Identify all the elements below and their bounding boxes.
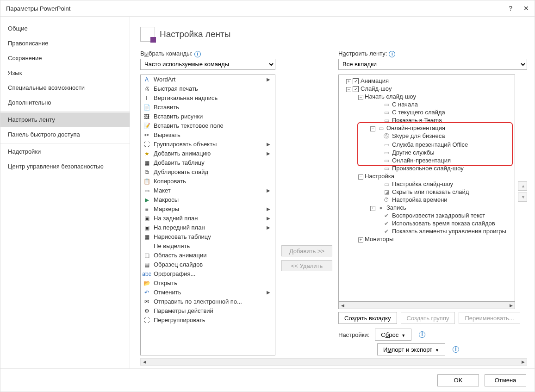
tree-node[interactable]: ▭С начала — [340, 100, 514, 108]
tree-node[interactable]: ▭Служба презентаций Office — [340, 141, 514, 149]
scroll-left-icon[interactable]: ◀ — [339, 303, 346, 308]
customize-ribbon-select[interactable]: Все вкладки — [338, 59, 527, 70]
expand-icon[interactable]: − — [358, 95, 363, 100]
tree-item-icon: ▭ — [382, 109, 391, 116]
checkbox[interactable]: ✓ — [353, 86, 359, 92]
sidebar-item[interactable]: Надстройки — [0, 144, 130, 159]
tree-node[interactable]: ✔Использовать время показа слайдов — [340, 219, 514, 227]
reset-button[interactable]: Сброс▼ — [375, 329, 411, 341]
tree-horizontal-scrollbar[interactable]: ◀ ▶ — [338, 302, 515, 309]
tree-node[interactable]: ▭Настройка слайд-шоу — [340, 180, 514, 188]
tree-node[interactable]: −Настройка — [340, 172, 514, 180]
tree-node[interactable]: +Мониторы — [340, 235, 514, 243]
command-row[interactable]: ▦Добавить таблицу — [141, 158, 275, 168]
remove-button[interactable]: << Удалить — [281, 260, 332, 271]
sidebar-item[interactable]: Настроить ленту — [0, 112, 130, 127]
sidebar-item[interactable]: Центр управления безопасностью — [0, 159, 130, 174]
command-row[interactable]: ⧉Дублировать слайд — [141, 168, 275, 177]
tree-node[interactable]: −▭Онлайн-презентация — [340, 124, 514, 132]
checkbox[interactable]: ✓ — [353, 78, 359, 84]
sidebar-item[interactable]: Сохранение — [0, 51, 130, 66]
command-row[interactable]: ▶Макросы — [141, 195, 275, 205]
tree-node[interactable]: ⏱Настройка времени — [340, 196, 514, 204]
main-horizontal-scrollbar[interactable]: ◀ ▶ — [140, 358, 527, 366]
close-icon[interactable]: ✕ — [523, 5, 529, 12]
command-row[interactable]: Не выделять — [141, 242, 275, 251]
ok-button[interactable]: OK — [437, 374, 479, 386]
command-row[interactable]: 🖨Быстрая печать — [141, 84, 275, 93]
command-row[interactable]: 🖼Вставить рисунки — [141, 112, 275, 121]
command-row[interactable]: ⛶Группировать объекты▶ — [141, 140, 275, 149]
command-row[interactable]: abcОрфография... — [141, 269, 275, 279]
scroll-right-icon[interactable]: ▶ — [519, 360, 527, 364]
tree-item-icon: ⏱ — [382, 197, 391, 203]
choose-commands-select[interactable]: Часто используемые команды — [140, 59, 275, 70]
commands-listbox[interactable]: AWordArt▶🖨Быстрая печатьTВертикальная на… — [140, 75, 275, 355]
tree-node[interactable]: −✓Слайд-шоу — [340, 85, 514, 93]
sidebar-item[interactable]: Правописание — [0, 36, 130, 51]
add-button[interactable]: Добавить >> — [281, 245, 332, 256]
sidebar-item[interactable]: Язык — [0, 66, 130, 81]
command-row[interactable]: 📝Вставить текстовое поле — [141, 121, 275, 131]
tree-node[interactable]: ▭Произвольное слайд-шоу — [340, 164, 514, 172]
cancel-button[interactable]: Отмена — [485, 374, 526, 386]
command-row[interactable]: ▣На задний план▶ — [141, 214, 275, 223]
command-icon: ▣ — [143, 224, 151, 232]
command-row[interactable]: ≡Маркеры│▶ — [141, 205, 275, 214]
command-row[interactable]: ⚙Параметры действий — [141, 306, 275, 316]
tree-node[interactable]: +✓Анимация — [340, 77, 514, 85]
scroll-right-icon[interactable]: ▶ — [507, 303, 515, 308]
command-label: На задний план — [154, 215, 198, 222]
info-icon[interactable]: i — [419, 331, 425, 338]
command-row[interactable]: AWordArt▶ — [141, 75, 275, 84]
tree-node[interactable]: ▭С текущего слайда — [340, 108, 514, 116]
expand-icon[interactable]: − — [358, 174, 363, 180]
command-row[interactable]: ✉Отправить по электронной по... — [141, 297, 275, 306]
info-icon[interactable]: i — [194, 51, 201, 57]
command-row[interactable]: ↶Отменить▶ — [141, 288, 275, 297]
expand-icon[interactable]: + — [346, 79, 351, 84]
info-icon[interactable]: i — [389, 51, 395, 57]
expand-icon[interactable]: − — [370, 126, 375, 131]
scroll-left-icon[interactable]: ◀ — [141, 360, 148, 364]
command-row[interactable]: TВертикальная надпись — [141, 93, 275, 103]
command-row[interactable]: ▣На передний план▶ — [141, 223, 275, 232]
command-row[interactable]: ⛶Перегруппировать — [141, 316, 275, 325]
move-down-button[interactable]: ▼ — [518, 193, 527, 202]
tree-node[interactable]: +●Запись — [340, 204, 514, 212]
tree-node[interactable]: −Начать слайд-шоу — [340, 93, 514, 100]
tree-node[interactable]: ▭Показать в Teams — [340, 116, 514, 124]
move-up-button[interactable]: ▲ — [518, 181, 527, 191]
expand-icon[interactable]: + — [370, 206, 375, 211]
sidebar-item[interactable]: Специальные возможности — [0, 81, 130, 95]
command-row[interactable]: ▭Макет▶ — [141, 186, 275, 195]
command-row[interactable]: ◫Область анимации — [141, 251, 275, 260]
command-row[interactable]: ★Добавить анимацию▶ — [141, 149, 275, 158]
tree-item-icon: ▭ — [382, 142, 391, 148]
ribbon-tree[interactable]: +✓Анимация−✓Слайд-шоу−Начать слайд-шоу▭С… — [338, 75, 515, 302]
help-icon[interactable]: ? — [509, 5, 512, 12]
sidebar-item[interactable]: Дополнительно — [0, 95, 130, 110]
tree-node[interactable]: ✔Воспроизвести закадровый текст — [340, 212, 514, 219]
command-row[interactable]: ▤Образец слайдов — [141, 260, 275, 269]
command-row[interactable]: 📄Вставить — [141, 103, 275, 112]
command-row[interactable]: 📋Копировать — [141, 177, 275, 186]
expand-icon[interactable]: − — [346, 87, 351, 92]
tree-node[interactable]: ⓈSkype для бизнеса — [340, 132, 514, 141]
sidebar-item[interactable]: Общие — [0, 21, 130, 36]
expand-icon[interactable]: + — [358, 237, 363, 243]
info-icon[interactable]: i — [453, 346, 459, 353]
tree-item-label: Начать слайд-шоу — [365, 93, 416, 100]
new-group-button: Создать группу — [401, 312, 455, 324]
new-tab-button[interactable]: Создать вкладку — [338, 312, 397, 324]
command-row[interactable]: ✂Вырезать — [141, 131, 275, 140]
tree-node[interactable]: ▭Онлайн-презентация — [340, 156, 514, 164]
import-export-button[interactable]: Импорт и экспорт▼ — [377, 343, 445, 355]
tree-node[interactable]: ✔Показать элементы управления проигры — [340, 227, 514, 235]
tree-node[interactable]: ▭Другие службы — [340, 149, 514, 156]
tree-node[interactable]: ◪Скрыть или показать слайд — [340, 188, 514, 196]
submenu-arrow-icon: ▶ — [267, 188, 273, 193]
command-row[interactable]: 📂Открыть — [141, 279, 275, 288]
command-row[interactable]: ▦Нарисовать таблицу — [141, 232, 275, 242]
sidebar-item[interactable]: Панель быстрого доступа — [0, 127, 130, 142]
